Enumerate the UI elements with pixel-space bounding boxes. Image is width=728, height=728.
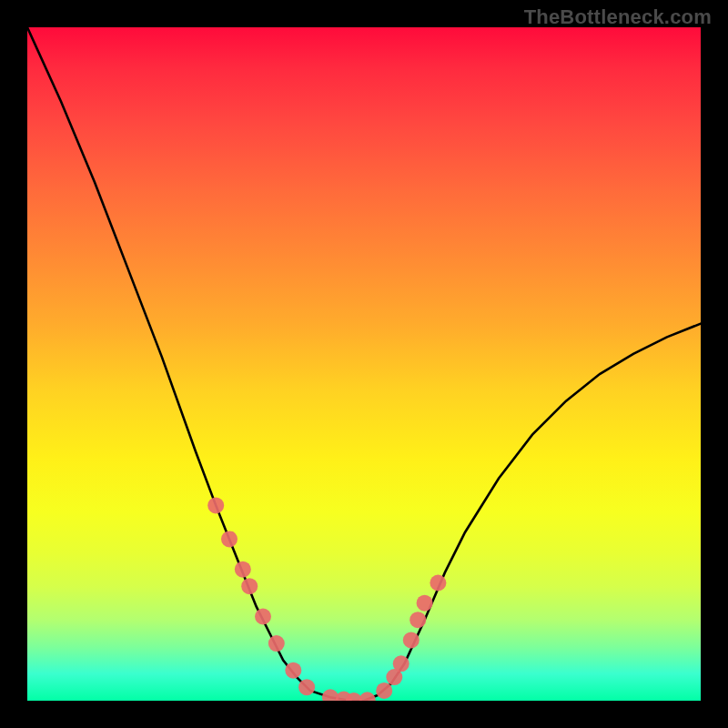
gpu-point [410,612,426,628]
curve-layer [27,27,701,701]
bottleneck-curve [27,27,701,701]
plot-area [27,27,701,701]
gpu-points [207,497,446,701]
watermark-text: TheBottleneck.com [524,5,712,29]
chart-frame: TheBottleneck.com [0,0,728,728]
gpu-point [393,655,410,672]
gpu-point [386,669,402,685]
gpu-point [346,693,362,701]
gpu-point [430,575,446,592]
gpu-point [268,635,285,652]
gpu-point [285,662,301,679]
gpu-point [235,561,251,578]
gpu-point [221,531,238,547]
gpu-point [255,609,271,625]
gpu-point [322,689,339,701]
gpu-point [403,632,420,648]
gpu-point [417,595,433,612]
gpu-point [336,692,352,701]
gpu-point [207,497,224,513]
gpu-point [241,578,258,594]
gpu-point [359,692,376,701]
gpu-point [298,679,315,695]
gpu-point [376,682,392,699]
